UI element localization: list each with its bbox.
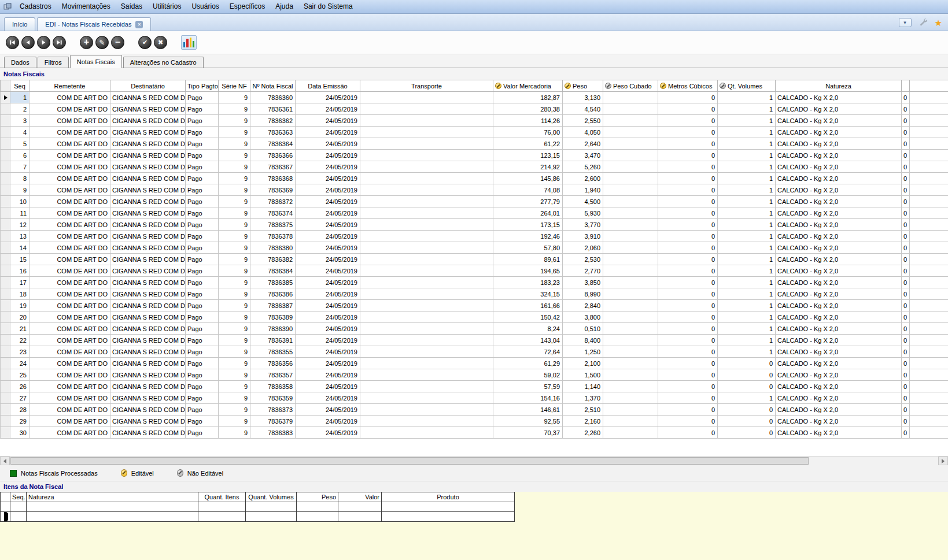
cell-num-nota-fiscal[interactable]: 7836375 bbox=[250, 219, 296, 231]
cell-valor-mercadoria[interactable]: 183,23 bbox=[493, 277, 563, 288]
cell-destinatario[interactable]: CIGANNA S RED COM DE bbox=[110, 265, 186, 277]
cell-seq[interactable]: 2 bbox=[10, 103, 29, 115]
cell-transporte[interactable] bbox=[360, 219, 493, 231]
cell-metros-cubicos[interactable]: 0 bbox=[658, 311, 718, 323]
table-row[interactable]: 11 COM DE ART DO CIGANNA S RED COM DE Pa… bbox=[1, 207, 948, 219]
cell-tipo-pagto[interactable]: Pago bbox=[186, 381, 219, 392]
cell-tipo-pagto[interactable]: Pago bbox=[186, 300, 219, 311]
table-row[interactable]: 22 COM DE ART DO CIGANNA S RED COM DE Pa… bbox=[1, 335, 948, 346]
cell-metros-cubicos[interactable]: 0 bbox=[658, 219, 718, 231]
cell-natureza[interactable]: CALCADO - Kg X 2,0 bbox=[776, 277, 902, 288]
cell-seq[interactable]: 5 bbox=[10, 138, 29, 150]
items-cell-produto[interactable] bbox=[382, 502, 515, 512]
cell-transporte[interactable] bbox=[360, 173, 493, 184]
column-header-transporte[interactable]: Transporte bbox=[360, 80, 493, 92]
cell-extra[interactable]: 0 bbox=[902, 265, 910, 277]
cell-extra2[interactable] bbox=[910, 288, 948, 300]
cell-valor-mercadoria[interactable]: 57,59 bbox=[493, 381, 563, 392]
table-row[interactable]: 29 COM DE ART DO CIGANNA S RED COM DE Pa… bbox=[1, 416, 948, 427]
cell-metros-cubicos[interactable]: 0 bbox=[658, 323, 718, 335]
cell-destinatario[interactable]: CIGANNA S RED COM DE bbox=[110, 92, 186, 103]
cell-peso[interactable]: 2,530 bbox=[563, 254, 603, 265]
cell-natureza[interactable]: CALCADO - Kg X 2,0 bbox=[776, 335, 902, 346]
cell-data-emissao[interactable]: 24/05/2019 bbox=[296, 150, 360, 161]
cell-valor-mercadoria[interactable]: 194,65 bbox=[493, 265, 563, 277]
cell-tipo-pagto[interactable]: Pago bbox=[186, 265, 219, 277]
cell-serie-nf[interactable]: 9 bbox=[219, 150, 250, 161]
cell-transporte[interactable] bbox=[360, 300, 493, 311]
confirm-button[interactable] bbox=[138, 36, 152, 49]
cell-extra2[interactable] bbox=[910, 346, 948, 358]
cell-tipo-pagto[interactable]: Pago bbox=[186, 92, 219, 103]
cell-metros-cubicos[interactable]: 0 bbox=[658, 207, 718, 219]
cell-qt-volumes[interactable]: 1 bbox=[718, 323, 776, 335]
cancel-button[interactable] bbox=[154, 36, 167, 49]
cell-serie-nf[interactable]: 9 bbox=[219, 207, 250, 219]
cell-extra2[interactable] bbox=[910, 184, 948, 196]
cell-natureza[interactable]: CALCADO - Kg X 2,0 bbox=[776, 254, 902, 265]
cell-extra[interactable]: 0 bbox=[902, 358, 910, 369]
cell-remetente[interactable]: COM DE ART DO bbox=[29, 115, 110, 127]
cell-natureza[interactable]: CALCADO - Kg X 2,0 bbox=[776, 161, 902, 173]
cell-valor-mercadoria[interactable]: 8,24 bbox=[493, 323, 563, 335]
cell-qt-volumes[interactable]: 0 bbox=[718, 358, 776, 369]
cell-num-nota-fiscal[interactable]: 7836357 bbox=[250, 369, 296, 381]
cell-metros-cubicos[interactable]: 0 bbox=[658, 150, 718, 161]
items-column-header-seq[interactable]: Seq. bbox=[10, 492, 27, 502]
items-cell-produto[interactable] bbox=[382, 512, 515, 522]
cell-metros-cubicos[interactable]: 0 bbox=[658, 103, 718, 115]
cell-remetente[interactable]: COM DE ART DO bbox=[29, 381, 110, 392]
cell-extra[interactable]: 0 bbox=[902, 242, 910, 254]
cell-metros-cubicos[interactable]: 0 bbox=[658, 173, 718, 184]
items-cell-peso[interactable] bbox=[297, 512, 338, 522]
cell-data-emissao[interactable]: 24/05/2019 bbox=[296, 392, 360, 404]
cell-natureza[interactable]: CALCADO - Kg X 2,0 bbox=[776, 207, 902, 219]
cell-qt-volumes[interactable]: 1 bbox=[718, 346, 776, 358]
table-row[interactable]: 9 COM DE ART DO CIGANNA S RED COM DE Pag… bbox=[1, 184, 948, 196]
cell-peso[interactable]: 2,160 bbox=[563, 416, 603, 427]
cell-natureza[interactable]: CALCADO - Kg X 2,0 bbox=[776, 242, 902, 254]
cell-remetente[interactable]: COM DE ART DO bbox=[29, 219, 110, 231]
cell-peso-cubado[interactable] bbox=[603, 404, 658, 416]
cell-extra[interactable]: 0 bbox=[902, 254, 910, 265]
items-cell-peso[interactable] bbox=[297, 502, 338, 512]
cell-extra2[interactable] bbox=[910, 127, 948, 138]
cell-peso-cubado[interactable] bbox=[603, 127, 658, 138]
cell-transporte[interactable] bbox=[360, 138, 493, 150]
cell-metros-cubicos[interactable]: 0 bbox=[658, 92, 718, 103]
items-cell-seq[interactable] bbox=[10, 502, 27, 512]
cell-extra2[interactable] bbox=[910, 103, 948, 115]
cell-extra2[interactable] bbox=[910, 335, 948, 346]
cell-natureza[interactable]: CALCADO - Kg X 2,0 bbox=[776, 311, 902, 323]
cell-transporte[interactable] bbox=[360, 392, 493, 404]
page-tab[interactable]: Alterações no Cadastro bbox=[123, 57, 204, 68]
table-row[interactable]: 2 COM DE ART DO CIGANNA S RED COM DE Pag… bbox=[1, 103, 948, 115]
cell-data-emissao[interactable]: 24/05/2019 bbox=[296, 416, 360, 427]
column-header-serie-nf[interactable]: Série NF bbox=[219, 80, 250, 92]
cell-remetente[interactable]: COM DE ART DO bbox=[29, 369, 110, 381]
items-cell-quant-volumes[interactable] bbox=[246, 502, 297, 512]
next-record-button[interactable] bbox=[37, 36, 50, 49]
table-row[interactable]: 7 COM DE ART DO CIGANNA S RED COM DE Pag… bbox=[1, 161, 948, 173]
cell-num-nota-fiscal[interactable]: 7836358 bbox=[250, 381, 296, 392]
cell-transporte[interactable] bbox=[360, 184, 493, 196]
cell-num-nota-fiscal[interactable]: 7836384 bbox=[250, 265, 296, 277]
cell-seq[interactable]: 22 bbox=[10, 335, 29, 346]
cell-extra2[interactable] bbox=[910, 358, 948, 369]
cell-valor-mercadoria[interactable]: 61,29 bbox=[493, 358, 563, 369]
cell-tipo-pagto[interactable]: Pago bbox=[186, 115, 219, 127]
cell-data-emissao[interactable]: 24/05/2019 bbox=[296, 161, 360, 173]
cell-peso[interactable]: 3,910 bbox=[563, 231, 603, 242]
cell-data-emissao[interactable]: 24/05/2019 bbox=[296, 335, 360, 346]
cell-num-nota-fiscal[interactable]: 7836359 bbox=[250, 392, 296, 404]
cell-natureza[interactable]: CALCADO - Kg X 2,0 bbox=[776, 150, 902, 161]
cell-serie-nf[interactable]: 9 bbox=[219, 335, 250, 346]
cell-serie-nf[interactable]: 9 bbox=[219, 323, 250, 335]
cell-destinatario[interactable]: CIGANNA S RED COM DE bbox=[110, 300, 186, 311]
cell-qt-volumes[interactable]: 1 bbox=[718, 196, 776, 207]
cell-natureza[interactable]: CALCADO - Kg X 2,0 bbox=[776, 416, 902, 427]
column-header-remetente[interactable]: Remetente bbox=[29, 80, 110, 92]
cell-transporte[interactable] bbox=[360, 381, 493, 392]
cell-peso-cubado[interactable] bbox=[603, 277, 658, 288]
cell-extra2[interactable] bbox=[910, 115, 948, 127]
